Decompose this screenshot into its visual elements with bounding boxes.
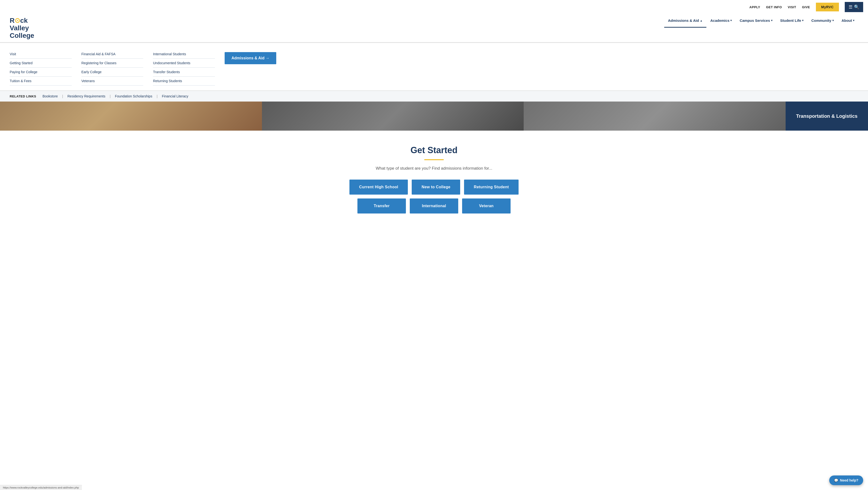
hero-sidebar-text: Transportation & Logistics (796, 114, 857, 119)
hero-band: Transportation & Logistics (0, 101, 868, 131)
gold-underline-decoration (424, 159, 444, 160)
related-link-residency[interactable]: Residency Requirements (67, 94, 105, 98)
menu-search-button[interactable]: ☰ 🔍 (845, 2, 863, 12)
new-to-college-button[interactable]: New to College (412, 180, 460, 194)
dropdown-link-financial-aid[interactable]: Financial Aid & FAFSA (82, 50, 144, 59)
myrvc-button[interactable]: MyRVC (816, 3, 839, 11)
nav-student-life-chevron: ▾ (802, 19, 804, 22)
nav-campus-services-chevron: ▾ (771, 19, 773, 22)
nav-student-life[interactable]: Student Life ▾ (776, 14, 808, 28)
get-started-heading: Get Started (10, 145, 858, 155)
top-bar: APPLY GET INFO VISIT GIVE MyRVC ☰ 🔍 (0, 0, 868, 14)
student-type-buttons: Current High School New to College Retur… (349, 180, 519, 214)
hero-image-3 (524, 101, 785, 131)
get-started-section: Get Started What type of student are you… (0, 131, 868, 233)
logo-text: R⊙ckValleyCollege (10, 17, 34, 39)
hamburger-icon: ☰ (848, 4, 852, 10)
high-school-button[interactable]: Current High School (349, 180, 408, 194)
dropdown-link-early-college[interactable]: Early College (82, 68, 144, 76)
dropdown-link-paying[interactable]: Paying for College (10, 68, 72, 76)
hero-images (0, 101, 785, 131)
nav-campus-services[interactable]: Campus Services ▾ (736, 14, 776, 28)
nav-admissions-label: Admissions & Aid (668, 19, 699, 23)
nav-community-chevron: ▾ (832, 19, 834, 22)
nav-admissions-chevron: ▲ (700, 19, 703, 22)
dropdown-link-transfer[interactable]: Transfer Students (153, 68, 215, 76)
separator-2: | (110, 94, 111, 98)
hero-sidebar: Transportation & Logistics (785, 101, 868, 131)
get-started-subtitle: What type of student are you? Find admis… (10, 166, 858, 171)
related-link-financial-literacy[interactable]: Financial Literacy (162, 94, 188, 98)
related-links-label: RELATED LINKS (10, 94, 36, 98)
nav-academics-chevron: ▾ (731, 19, 732, 22)
separator-1: | (62, 94, 63, 98)
admissions-dropdown: Visit Getting Started Paying for College… (0, 42, 868, 91)
admissions-aid-cta-button[interactable]: Admissions & Aid → (225, 52, 276, 64)
dropdown-col-3: International Students Undocumented Stud… (153, 50, 215, 86)
student-buttons-row-2: Transfer International Veteran (358, 198, 510, 214)
related-link-foundation[interactable]: Foundation Scholarships (115, 94, 152, 98)
nav-academics[interactable]: Academics ▾ (706, 14, 736, 28)
related-link-bookstore[interactable]: Bookstore (43, 94, 58, 98)
dropdown-link-undocumented[interactable]: Undocumented Students (153, 59, 215, 68)
nav-about-chevron: ▾ (853, 19, 855, 22)
dropdown-link-registering[interactable]: Registering for Classes (82, 59, 144, 68)
dropdown-grid: Visit Getting Started Paying for College… (10, 50, 276, 86)
international-button[interactable]: International (410, 198, 458, 214)
nav-about-label: About (842, 19, 852, 23)
dropdown-link-tuition[interactable]: Tuition & Fees (10, 76, 72, 86)
nav-academics-label: Academics (710, 19, 730, 23)
logo-link[interactable]: R⊙ckValleyCollege (10, 14, 34, 42)
dropdown-link-getting-started[interactable]: Getting Started (10, 59, 72, 68)
give-link[interactable]: GIVE (802, 5, 810, 9)
nav-student-life-label: Student Life (780, 19, 801, 23)
logo-dot: ⊙ (14, 17, 20, 24)
dropdown-link-international[interactable]: International Students (153, 50, 215, 59)
dropdown-col-1: Visit Getting Started Paying for College… (10, 50, 72, 86)
nav-admissions[interactable]: Admissions & Aid ▲ (664, 14, 707, 28)
returning-student-button[interactable]: Returning Student (464, 180, 519, 194)
main-nav: Admissions & Aid ▲ Academics ▾ Campus Se… (664, 14, 858, 28)
apply-link[interactable]: APPLY (749, 5, 761, 9)
related-links-bar: RELATED LINKS Bookstore | Residency Requ… (0, 91, 868, 101)
get-info-link[interactable]: GET INFO (766, 5, 782, 9)
search-icon: 🔍 (854, 4, 859, 10)
transfer-button[interactable]: Transfer (358, 198, 406, 214)
dropdown-link-returning[interactable]: Returning Students (153, 76, 215, 86)
veteran-button[interactable]: Veteran (462, 198, 510, 214)
dropdown-cta-col: Admissions & Aid → (225, 50, 276, 86)
nav-community[interactable]: Community ▾ (807, 14, 838, 28)
hero-image-1 (0, 101, 262, 131)
site-header: R⊙ckValleyCollege Admissions & Aid ▲ Aca… (0, 14, 868, 42)
separator-3: | (157, 94, 157, 98)
nav-campus-services-label: Campus Services (740, 19, 770, 23)
nav-community-label: Community (811, 19, 831, 23)
hero-image-2 (262, 101, 524, 131)
dropdown-link-veterans[interactable]: Veterans (82, 76, 144, 86)
dropdown-link-visit[interactable]: Visit (10, 50, 72, 59)
student-buttons-row-1: Current High School New to College Retur… (349, 180, 519, 194)
nav-about[interactable]: About ▾ (838, 14, 858, 28)
visit-link[interactable]: VISIT (788, 5, 796, 9)
dropdown-col-2: Financial Aid & FAFSA Registering for Cl… (82, 50, 144, 86)
